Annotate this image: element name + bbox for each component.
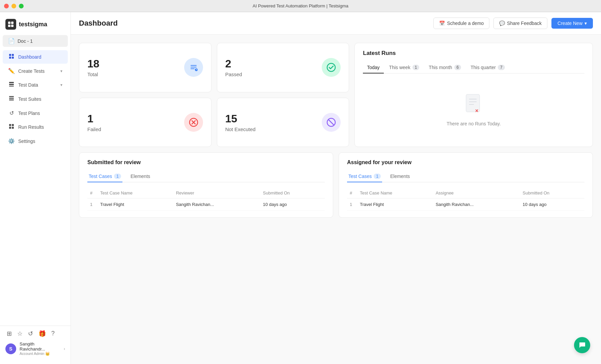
assigned-review-card: Assigned for your review Test Cases 1 El… (339, 152, 593, 218)
runs-tab-this-week[interactable]: This week 1 (385, 62, 424, 73)
submitted-review-card: Submitted for review Test Cases 1 Elemen… (79, 152, 333, 218)
empty-state-icon: × (464, 94, 483, 117)
create-tests-label: Create Tests (18, 68, 57, 74)
chat-button[interactable] (574, 337, 590, 353)
assigned-test-cases-tab[interactable]: Test Cases 1 (347, 171, 382, 182)
col-test-case-name-assigned: Test Case Name (357, 188, 433, 199)
titlebar: AI Powered Test Automation Platform | Te… (0, 0, 601, 12)
svg-rect-7 (12, 57, 14, 59)
header-actions: 📅 Schedule a demo 💬 Share Feedback Creat… (433, 18, 593, 29)
submitted-test-cases-tab[interactable]: Test Cases 1 (87, 171, 122, 182)
dashboard-label: Dashboard (18, 54, 62, 60)
row-assignee: Sangith Ravichan... (433, 199, 520, 211)
row-num: 1 (87, 199, 97, 211)
row-submitted: 10 days ago (260, 199, 325, 211)
sidebar-item-settings[interactable]: ⚙️ Settings (3, 134, 68, 148)
sidebar-item-dashboard[interactable]: Dashboard (3, 50, 68, 64)
stat-info-failed: 1 Failed (87, 113, 101, 132)
svg-rect-11 (9, 96, 14, 97)
table-row: 1 Travel Flight Sangith Ravichan... 10 d… (87, 199, 325, 211)
schedule-demo-button[interactable]: 📅 Schedule a demo (433, 18, 489, 29)
doc-icon: 📄 (8, 38, 15, 44)
help-icon[interactable]: ? (51, 330, 55, 337)
test-suites-label: Test Suites (18, 96, 62, 102)
dashboard-body: 18 Total (71, 35, 601, 226)
maximize-button[interactable] (19, 4, 24, 8)
svg-line-28 (329, 120, 334, 125)
table-row: 1 Travel Flight Sangith Ravichan... 10 d… (347, 199, 584, 211)
svg-rect-12 (9, 98, 14, 99)
stat-number-failed: 1 (87, 113, 101, 125)
gift-icon[interactable]: 🎁 (38, 330, 46, 337)
col-num: # (87, 188, 97, 199)
review-row: Submitted for review Test Cases 1 Elemen… (79, 152, 593, 218)
sidebar-logo: testsigma (0, 16, 70, 35)
create-new-button[interactable]: Create New ▾ (551, 18, 593, 29)
sidebar-item-test-plans[interactable]: ↺ Test Plans (3, 107, 68, 120)
svg-rect-6 (9, 57, 11, 59)
user-role: Account Admin 👑 (20, 352, 60, 356)
col-reviewer: Reviewer (173, 188, 260, 199)
settings-label: Settings (18, 139, 62, 144)
runs-tab-this-quarter[interactable]: This quarter 7 (466, 62, 509, 73)
runs-tab-this-month[interactable]: This month 6 (425, 62, 465, 73)
stat-card-total: 18 Total (79, 43, 211, 92)
col-assignee: Assignee (433, 188, 520, 199)
submitted-elements-tab[interactable]: Elements (129, 171, 151, 182)
svg-rect-18 (191, 65, 197, 66)
sidebar-item-create-tests[interactable]: ✏️ Create Tests ▾ (3, 64, 68, 78)
bottom-icons-row: ⊞ ☆ ↺ 🎁 ? (5, 330, 65, 337)
stat-number-total: 18 (87, 58, 99, 70)
grid-icon[interactable]: ⊞ (7, 330, 12, 337)
refresh-icon[interactable]: ↺ (28, 330, 33, 337)
runs-tab-today[interactable]: Today (363, 62, 383, 73)
svg-rect-3 (11, 25, 13, 27)
test-suites-icon (8, 96, 15, 102)
stat-label-passed: Passed (225, 71, 242, 77)
svg-rect-8 (9, 82, 14, 83)
latest-runs-card: Latest Runs Today This week 1 This month… (354, 43, 593, 147)
row-test-name: Travel Flight (97, 199, 173, 211)
stats-grid: 18 Total (79, 43, 349, 147)
doc-label: Doc - 1 (18, 38, 33, 44)
user-name: Sangith Ravichandr... (20, 341, 60, 352)
svg-rect-20 (191, 68, 195, 69)
submitted-review-table: # Test Case Name Reviewer Submitted On 1… (87, 188, 325, 211)
assigned-elements-tab[interactable]: Elements (389, 171, 411, 182)
run-results-label: Run Results (18, 124, 62, 130)
assigned-test-cases-badge: 1 (374, 174, 381, 179)
favorite-icon[interactable]: ☆ (17, 330, 23, 337)
close-button[interactable] (4, 4, 9, 8)
sidebar-item-run-results[interactable]: Run Results (3, 120, 68, 134)
minimize-button[interactable] (11, 4, 16, 8)
create-tests-icon: ✏️ (8, 68, 15, 74)
stat-number-not-executed: 15 (225, 113, 256, 125)
sidebar-item-test-suites[interactable]: Test Suites (3, 92, 68, 106)
svg-rect-14 (9, 124, 11, 126)
stat-label-failed: Failed (87, 126, 101, 132)
dropdown-arrow-icon: ▾ (584, 21, 587, 26)
stat-icon-passed (322, 58, 341, 77)
empty-state: × There are no Runs Today. (363, 80, 584, 140)
col-submitted-on: Submitted On (260, 188, 325, 199)
feedback-icon: 💬 (499, 21, 505, 26)
stat-info-not-executed: 15 Not Executed (225, 113, 256, 132)
stat-label-total: Total (87, 71, 99, 77)
main-content: Dashboard 📅 Schedule a demo 💬 Share Feed… (71, 12, 601, 364)
submitted-test-cases-badge: 1 (114, 174, 121, 179)
user-info[interactable]: S Sangith Ravichandr... Account Admin 👑 … (5, 341, 65, 356)
share-feedback-button[interactable]: 💬 Share Feedback (493, 18, 547, 29)
test-plans-label: Test Plans (18, 111, 62, 116)
submitted-review-tabs: Test Cases 1 Elements (87, 171, 325, 182)
submitted-review-title: Submitted for review (87, 159, 325, 165)
row-num-assigned: 1 (347, 199, 357, 211)
svg-rect-16 (9, 127, 11, 129)
svg-rect-5 (12, 54, 14, 56)
page-header: Dashboard 📅 Schedule a demo 💬 Share Feed… (71, 12, 601, 35)
svg-rect-17 (12, 127, 14, 129)
dashboard-icon (8, 54, 15, 60)
sidebar-doc-item[interactable]: 📄 Doc - 1 (3, 35, 68, 47)
logo-icon (5, 19, 16, 30)
sidebar-item-test-data[interactable]: Test Data ▾ (3, 78, 68, 92)
sidebar-nav: Dashboard ✏️ Create Tests ▾ Test Data ▾ … (0, 50, 70, 326)
